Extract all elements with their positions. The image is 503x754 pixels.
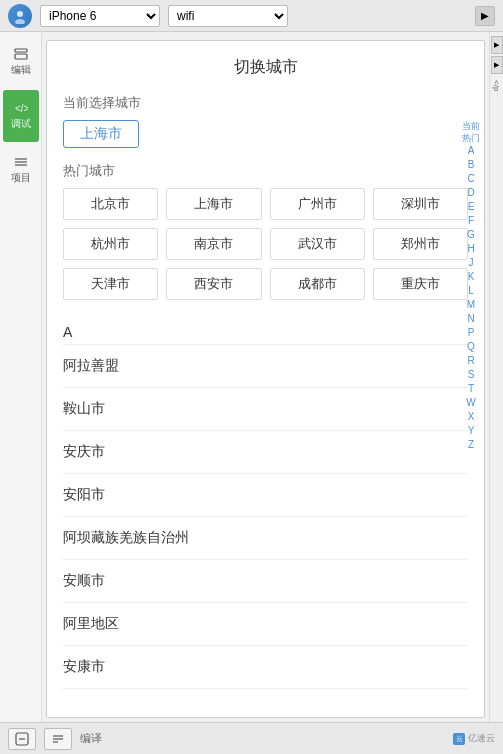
current-section-label: 当前选择城市 bbox=[63, 94, 468, 112]
avatar bbox=[8, 4, 32, 28]
svg-rect-3 bbox=[15, 54, 27, 59]
alpha-index-item[interactable]: F bbox=[466, 214, 476, 228]
svg-point-0 bbox=[17, 11, 23, 17]
watermark-logo: 云 bbox=[453, 733, 465, 745]
device-select[interactable]: iPhone 6 bbox=[40, 5, 160, 27]
city-list-item[interactable]: 阿里地区 bbox=[63, 603, 468, 646]
wifi-select[interactable]: wifi bbox=[168, 5, 288, 27]
city-list-item[interactable]: 安康市 bbox=[63, 646, 468, 689]
hot-city-button[interactable]: 广州市 bbox=[270, 188, 365, 220]
alpha-index-item[interactable]: E bbox=[466, 200, 477, 214]
sidebar-item-debug[interactable]: </> 调试 bbox=[3, 90, 39, 142]
alpha-index-special[interactable]: 当前 bbox=[460, 121, 482, 133]
bottom-btn-2[interactable] bbox=[44, 728, 72, 750]
alpha-index-item[interactable]: D bbox=[465, 186, 476, 200]
hot-city-button[interactable]: 南京市 bbox=[166, 228, 261, 260]
hot-cities-grid: 北京市上海市广州市深圳市杭州市南京市武汉市郑州市天津市西安市成都市重庆市 bbox=[63, 188, 468, 300]
alpha-index-item[interactable]: P bbox=[466, 326, 477, 340]
main-layout: 编辑 </> 调试 项目 切换城市 bbox=[0, 32, 503, 722]
bottom-toolbar: 编译 云 亿速云 bbox=[0, 722, 503, 754]
right-panel: ▶ ▶ </p bbox=[489, 32, 503, 722]
city-list-item[interactable]: 阿坝藏族羌族自治州 bbox=[63, 517, 468, 560]
svg-text:</>: </> bbox=[15, 103, 28, 114]
city-list-item[interactable]: 安庆市 bbox=[63, 431, 468, 474]
alpha-label-a: A bbox=[63, 316, 468, 345]
alpha-index: 当前热门ABCDEFGHJKLMNPQRSTWXYZ bbox=[460, 121, 482, 452]
phone-frame: 切换城市 当前选择城市 上海市 热门城市 北京市上海市广州市深圳市杭州市南京市武… bbox=[46, 40, 485, 718]
alpha-index-item[interactable]: K bbox=[466, 270, 477, 284]
hot-city-button[interactable]: 深圳市 bbox=[373, 188, 468, 220]
alpha-index-item[interactable]: T bbox=[466, 382, 476, 396]
right-btn-2[interactable]: ▶ bbox=[491, 56, 503, 74]
page-title: 切换城市 bbox=[63, 57, 468, 78]
hot-city-button[interactable]: 武汉市 bbox=[270, 228, 365, 260]
alpha-index-special[interactable]: 热门 bbox=[460, 133, 482, 145]
svg-rect-2 bbox=[15, 49, 27, 52]
right-panel-label: </p bbox=[492, 80, 501, 91]
alpha-index-item[interactable]: C bbox=[465, 172, 476, 186]
left-sidebar: 编辑 </> 调试 项目 bbox=[0, 32, 42, 722]
alpha-index-item[interactable]: N bbox=[465, 312, 476, 326]
alpha-index-item[interactable]: R bbox=[465, 354, 476, 368]
city-page: 切换城市 当前选择城市 上海市 热门城市 北京市上海市广州市深圳市杭州市南京市武… bbox=[47, 41, 484, 717]
alpha-index-item[interactable]: X bbox=[466, 410, 477, 424]
debug-label: 调试 bbox=[11, 117, 31, 131]
hot-city-button[interactable]: 北京市 bbox=[63, 188, 158, 220]
watermark-text: 亿速云 bbox=[468, 732, 495, 745]
edit-icon bbox=[12, 47, 30, 61]
alpha-section: A 阿拉善盟鞍山市安庆市安阳市阿坝藏族羌族自治州安顺市阿里地区安康市 bbox=[63, 316, 468, 689]
alpha-index-item[interactable]: J bbox=[467, 256, 476, 270]
alpha-index-item[interactable]: Z bbox=[466, 438, 476, 452]
city-list-item[interactable]: 鞍山市 bbox=[63, 388, 468, 431]
alpha-index-item[interactable]: G bbox=[465, 228, 477, 242]
hot-city-button[interactable]: 天津市 bbox=[63, 268, 158, 300]
alpha-index-item[interactable]: W bbox=[464, 396, 477, 410]
bottom-btn-1[interactable] bbox=[8, 728, 36, 750]
project-icon bbox=[12, 155, 30, 169]
alpha-index-item[interactable]: B bbox=[466, 158, 477, 172]
right-btn-1[interactable]: ▶ bbox=[491, 36, 503, 54]
alpha-index-item[interactable]: M bbox=[465, 298, 477, 312]
current-city-button[interactable]: 上海市 bbox=[63, 120, 139, 148]
alpha-index-item[interactable]: H bbox=[465, 242, 476, 256]
alpha-index-item[interactable]: L bbox=[466, 284, 476, 298]
alpha-index-item[interactable]: A bbox=[466, 144, 477, 158]
debug-icon: </> bbox=[12, 101, 30, 115]
hot-city-button[interactable]: 杭州市 bbox=[63, 228, 158, 260]
top-bar-right: ▶ bbox=[475, 6, 495, 26]
hot-city-button[interactable]: 上海市 bbox=[166, 188, 261, 220]
sidebar-item-edit[interactable]: 编辑 bbox=[3, 36, 39, 88]
city-list-item[interactable]: 安顺市 bbox=[63, 560, 468, 603]
city-list-item[interactable]: 安阳市 bbox=[63, 474, 468, 517]
hot-city-button[interactable]: 重庆市 bbox=[373, 268, 468, 300]
sidebar-item-project[interactable]: 项目 bbox=[3, 144, 39, 196]
city-list-item[interactable]: 阿拉善盟 bbox=[63, 345, 468, 388]
hot-city-button[interactable]: 郑州市 bbox=[373, 228, 468, 260]
alpha-index-item[interactable]: Y bbox=[466, 424, 477, 438]
alpha-index-item[interactable]: Q bbox=[465, 340, 477, 354]
alpha-index-item[interactable]: S bbox=[466, 368, 477, 382]
watermark-area: 云 亿速云 bbox=[453, 732, 495, 745]
svg-point-1 bbox=[15, 19, 25, 24]
expand-button[interactable]: ▶ bbox=[475, 6, 495, 26]
hot-section-label: 热门城市 bbox=[63, 162, 468, 180]
edit-label: 编辑 bbox=[11, 63, 31, 77]
translate-label: 编译 bbox=[80, 731, 102, 746]
top-bar: iPhone 6 wifi ▶ bbox=[0, 0, 503, 32]
hot-city-button[interactable]: 成都市 bbox=[270, 268, 365, 300]
hot-city-button[interactable]: 西安市 bbox=[166, 268, 261, 300]
project-label: 项目 bbox=[11, 171, 31, 185]
center-area: 切换城市 当前选择城市 上海市 热门城市 北京市上海市广州市深圳市杭州市南京市武… bbox=[42, 32, 489, 722]
